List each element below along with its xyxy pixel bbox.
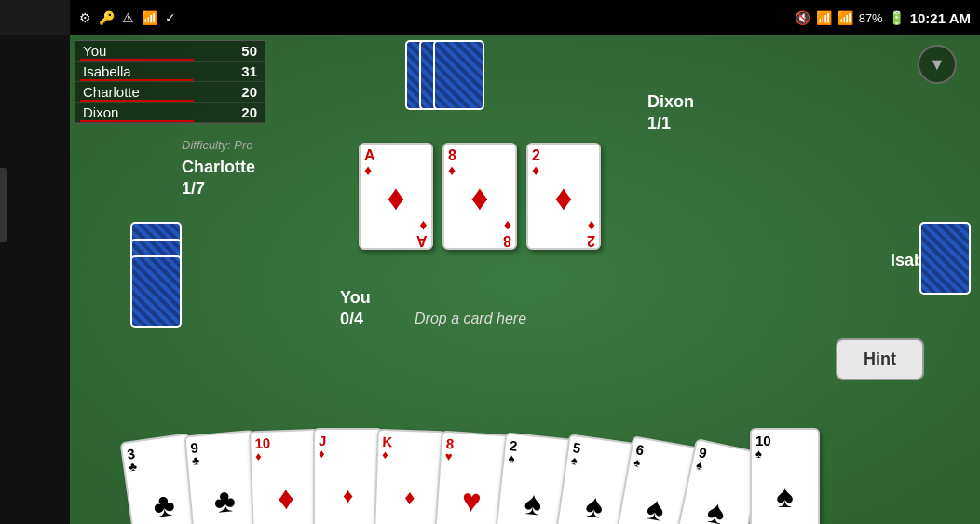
phone-frame: ⚙ 🔑 ⚠ 📶 ✓ 🔇 📶 📶 87% 🔋 10:21 AM You 50 Is… [0,0,980,524]
dixon-hand [405,40,447,110]
dixon-tricks: Dixon 1/1 [647,91,694,135]
isabella-hand [919,222,971,239]
score-row-isabella: Isabella 31 [75,62,265,82]
isabella-card-1 [919,222,971,295]
score-val-you: 50 [241,43,257,59]
hint-button[interactable]: Hint [836,338,924,380]
card-rank-label-bottom: A ♦ [416,218,428,248]
game-area: You 50 Isabella 31 Charlotte 20 Dixon 20… [70,35,980,524]
volume-off-icon: 🔇 [795,10,810,25]
charlotte-label: Charlotte [182,158,255,176]
card-corner-top: 10 ♠ [755,434,814,460]
status-bar: ⚙ 🔑 ⚠ 📶 ✓ 🔇 📶 📶 87% 🔋 10:21 AM [70,0,980,35]
played-card-ace-diamonds: A ♦ ♦ A ♦ [359,143,433,250]
charlotte-tricks: Charlotte 1/7 [182,157,255,200]
card-corner-top: 8 ♥ [444,436,505,466]
score-name-you: You [83,43,106,59]
card-corner-top: 10 ♦ [254,434,314,462]
wifi-signal-icon: 📶 [816,10,832,25]
card-center-suit: ♦ [364,178,428,218]
warning-icon: ⚠ [122,10,134,25]
hand-card-j-diamonds[interactable]: J ♦ ♦ [313,428,383,524]
hand-card-10-spades[interactable]: 10 ♠ ♠ [750,428,820,524]
dixon-tricks-val: 1/1 [647,114,671,132]
card-corner-top: K ♦ [382,434,442,462]
score-row-you: You 50 [75,41,265,62]
card-rank-label-bottom: 8 ♦ [503,218,511,248]
card-rank-label: 2 ♦ [532,148,595,178]
status-icons-right: 🔇 📶 📶 87% 🔋 10:21 AM [795,10,971,26]
difficulty-label: Difficulty: Pro [182,138,253,152]
battery-icon: 🔋 [889,10,905,25]
score-name-charlotte: Charlotte [83,84,140,100]
card-center-suit: ♦ [532,178,595,218]
dixon-card-3 [433,40,484,110]
card-rank-label: A ♦ [364,148,428,178]
score-name-isabella: Isabella [83,63,131,79]
player-hand: 3 ♣ ♣ 9 ♣ ♣ 10 ♦ ♦ [126,428,812,524]
phone-left-edge [0,35,70,524]
charlotte-card-3 [130,255,182,328]
battery-percent: 87% [859,11,883,25]
card-rank-label: 8 ♦ [448,148,511,178]
charlotte-tricks-val: 1/7 [182,179,205,198]
volume-buttons [0,168,7,242]
score-row-charlotte: Charlotte 20 [75,82,265,103]
hand-card-10-diamonds[interactable]: 10 ♦ ♦ [249,429,322,524]
score-row-dixon: Dixon 20 [75,103,265,123]
score-val-charlotte: 20 [241,84,257,100]
you-tricks: You 0/4 [340,287,371,331]
status-icons-left: ⚙ 🔑 ⚠ 📶 ✓ [79,10,176,25]
charlotte-hand [130,222,182,272]
usb-icon: ⚙ [79,10,91,25]
wifi-icon: 📶 [142,10,157,25]
card-rank-label-bottom: 2 ♦ [587,218,595,248]
you-label: You [340,288,371,307]
key-icon: 🔑 [99,10,115,25]
center-play-area: A ♦ ♦ A ♦ 8 ♦ ♦ 8 ♦ [359,143,601,250]
dixon-label: Dixon [647,92,694,111]
status-time: 10:21 AM [910,10,971,26]
you-tricks-val: 0/4 [340,310,363,328]
signal-icon: 📶 [837,10,853,25]
score-name-dixon: Dixon [83,104,118,120]
score-panel: You 50 Isabella 31 Charlotte 20 Dixon 20 [75,40,265,124]
card-corner-top: J ♦ [319,434,377,460]
score-val-dixon: 20 [241,104,257,120]
played-card-2-diamonds: 2 ♦ ♦ 2 ♦ [526,143,601,250]
card-center-suit: ♦ [448,178,511,218]
played-card-8-diamonds: 8 ♦ ♦ 8 ♦ [442,143,517,250]
dropdown-button[interactable]: ▼ [918,45,957,84]
score-val-isabella: 31 [241,63,257,79]
drop-zone-label: Drop a card here [415,310,526,327]
check-icon: ✓ [165,10,176,25]
